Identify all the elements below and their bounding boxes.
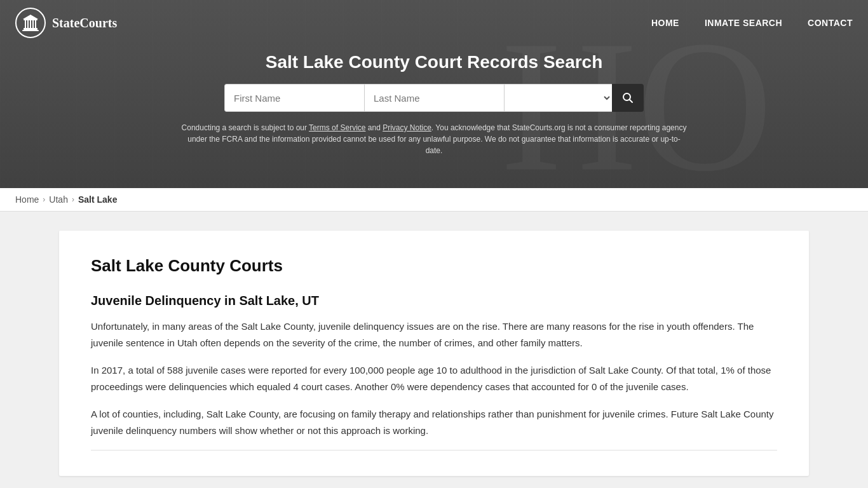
search-icon: [622, 92, 634, 104]
nav-item-home[interactable]: HOME: [651, 17, 679, 29]
nav-link-contact[interactable]: CONTACT: [808, 18, 853, 28]
content-card: Salt Lake County Courts Juvenile Delinqu…: [59, 231, 809, 476]
svg-rect-1: [22, 30, 39, 31]
svg-line-10: [630, 100, 633, 103]
disclaimer-text: Conducting a search is subject to our Te…: [180, 122, 688, 156]
nav-links: HOME INMATE SEARCH CONTACT: [651, 17, 853, 29]
breadcrumb-sep-2: ›: [72, 195, 74, 204]
search-button[interactable]: [612, 84, 644, 112]
svg-rect-3: [27, 20, 29, 28]
section-paragraph-1: Unfortunately, in many areas of the Salt…: [91, 318, 777, 351]
svg-rect-4: [30, 20, 31, 28]
top-nav: StateCourts HOME INMATE SEARCH CONTACT: [0, 0, 868, 46]
svg-rect-2: [25, 20, 26, 28]
site-header: StateCourts HOME INMATE SEARCH CONTACT S…: [0, 0, 868, 188]
header-content: StateCourts HOME INMATE SEARCH CONTACT S…: [0, 0, 868, 169]
section-title-1: Juvenile Delinquency in Salt Lake, UT: [91, 294, 777, 308]
svg-rect-6: [35, 20, 36, 28]
section-divider: [91, 450, 777, 451]
nav-link-inmate-search[interactable]: INMATE SEARCH: [705, 18, 782, 28]
breadcrumb-utah[interactable]: Utah: [49, 194, 68, 205]
svg-rect-5: [32, 20, 34, 28]
page-title: Salt Lake County Courts: [91, 256, 777, 276]
logo-text: StateCourts: [52, 16, 117, 30]
breadcrumb-sep-1: ›: [43, 195, 45, 204]
nav-item-contact[interactable]: CONTACT: [808, 17, 853, 29]
main-content: Salt Lake County Courts Juvenile Delinqu…: [0, 212, 868, 488]
hero-title: Salt Lake County Court Records Search: [13, 52, 855, 72]
hero-section: Salt Lake County Court Records Search Se…: [0, 46, 868, 169]
search-form: Select State Alabama Alaska Arizona Arka…: [13, 84, 855, 112]
svg-rect-7: [24, 19, 37, 20]
svg-rect-0: [24, 28, 37, 30]
last-name-input[interactable]: [364, 84, 504, 112]
breadcrumb-current: Salt Lake: [78, 194, 117, 205]
nav-item-inmate-search[interactable]: INMATE SEARCH: [705, 17, 782, 29]
state-select[interactable]: Select State Alabama Alaska Arizona Arka…: [504, 84, 612, 112]
logo-icon: [15, 8, 46, 38]
section-paragraph-3: A lot of counties, including, Salt Lake …: [91, 406, 777, 438]
first-name-input[interactable]: [224, 84, 364, 112]
nav-link-home[interactable]: HOME: [651, 18, 679, 28]
svg-marker-8: [23, 15, 38, 19]
breadcrumb: Home › Utah › Salt Lake: [0, 188, 868, 212]
terms-link[interactable]: Terms of Service: [309, 123, 365, 132]
logo-link[interactable]: StateCourts: [15, 8, 117, 38]
privacy-link[interactable]: Privacy Notice: [383, 123, 431, 132]
breadcrumb-home[interactable]: Home: [15, 194, 39, 205]
section-paragraph-2: In 2017, a total of 588 juvenile cases w…: [91, 362, 777, 395]
section-juvenile-delinquency: Juvenile Delinquency in Salt Lake, UT Un…: [91, 294, 777, 438]
